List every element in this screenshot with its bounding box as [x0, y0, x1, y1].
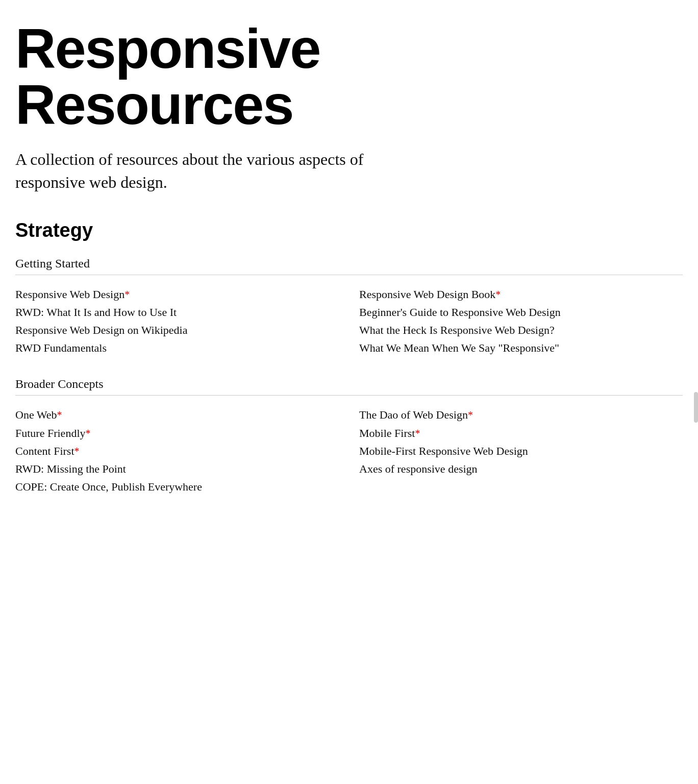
list-item: Content First* [15, 442, 339, 460]
subsection-heading-getting-started: Getting Started [15, 257, 683, 271]
list-item: What the Heck Is Responsive Web Design? [359, 321, 683, 339]
page-title: Responsive Resources [15, 20, 683, 133]
star-icon: * [468, 409, 473, 421]
list-item: Beginner's Guide to Responsive Web Desig… [359, 303, 683, 321]
link-rwd-missing-point[interactable]: RWD: Missing the Point [15, 462, 126, 475]
divider-getting-started [15, 275, 683, 275]
list-item: RWD Fundamentals [15, 339, 339, 357]
list-item: Responsive Web Design* [15, 285, 339, 303]
page-subtitle: A collection of resources about the vari… [15, 148, 423, 194]
link-mobile-first-rwd[interactable]: Mobile-First Responsive Web Design [359, 445, 528, 457]
link-rwd-fundamentals[interactable]: RWD Fundamentals [15, 341, 107, 354]
subsection-getting-started: Getting Started Responsive Web Design* R… [15, 257, 683, 357]
star-icon: * [415, 428, 420, 439]
strategy-section: Strategy Getting Started Responsive Web … [15, 219, 683, 496]
list-item: Responsive Web Design on Wikipedia [15, 321, 339, 339]
subsection-broader-concepts: Broader Concepts One Web* Future Friendl… [15, 377, 683, 496]
links-right-broader-concepts: The Dao of Web Design* Mobile First* Mob… [359, 406, 683, 496]
link-rwd-what-it-is[interactable]: RWD: What It Is and How to Use It [15, 306, 177, 318]
links-right-getting-started: Responsive Web Design Book* Beginner's G… [359, 285, 683, 357]
link-grid-getting-started: Responsive Web Design* RWD: What It Is a… [15, 285, 683, 357]
links-left-getting-started: Responsive Web Design* RWD: What It Is a… [15, 285, 339, 357]
link-content-first[interactable]: Content First* [15, 445, 80, 457]
link-what-we-mean[interactable]: What We Mean When We Say "Responsive" [359, 341, 559, 354]
list-item: Mobile First* [359, 424, 683, 442]
star-icon: * [74, 446, 80, 457]
link-rwd-book[interactable]: Responsive Web Design Book* [359, 288, 501, 301]
list-item: Mobile-First Responsive Web Design [359, 442, 683, 460]
link-responsive-web-design[interactable]: Responsive Web Design* [15, 288, 130, 301]
link-one-web[interactable]: One Web* [15, 408, 62, 421]
links-left-broader-concepts: One Web* Future Friendly* Content First*… [15, 406, 339, 496]
star-icon: * [57, 409, 62, 421]
link-axes-responsive[interactable]: Axes of responsive design [359, 462, 478, 475]
list-item: The Dao of Web Design* [359, 406, 683, 424]
list-item: RWD: What It Is and How to Use It [15, 303, 339, 321]
list-item: What We Mean When We Say "Responsive" [359, 339, 683, 357]
link-beginners-guide[interactable]: Beginner's Guide to Responsive Web Desig… [359, 306, 561, 318]
subsection-heading-broader-concepts: Broader Concepts [15, 377, 683, 391]
list-item: Future Friendly* [15, 424, 339, 442]
link-grid-broader-concepts: One Web* Future Friendly* Content First*… [15, 406, 683, 496]
list-item: One Web* [15, 406, 339, 424]
list-item: Responsive Web Design Book* [359, 285, 683, 303]
section-heading-strategy: Strategy [15, 219, 683, 241]
link-mobile-first[interactable]: Mobile First* [359, 427, 420, 439]
star-icon: * [124, 289, 130, 300]
list-item: Axes of responsive design [359, 460, 683, 478]
star-icon: * [86, 428, 91, 439]
scrollbar[interactable] [694, 392, 698, 423]
list-item: COPE: Create Once, Publish Everywhere [15, 478, 339, 496]
star-icon: * [495, 289, 501, 300]
divider-broader-concepts [15, 395, 683, 396]
link-rwd-wikipedia[interactable]: Responsive Web Design on Wikipedia [15, 324, 188, 336]
list-item: RWD: Missing the Point [15, 460, 339, 478]
link-what-the-heck[interactable]: What the Heck Is Responsive Web Design? [359, 324, 555, 336]
link-dao-web-design[interactable]: The Dao of Web Design* [359, 408, 473, 421]
link-future-friendly[interactable]: Future Friendly* [15, 427, 91, 439]
link-cope[interactable]: COPE: Create Once, Publish Everywhere [15, 480, 202, 493]
